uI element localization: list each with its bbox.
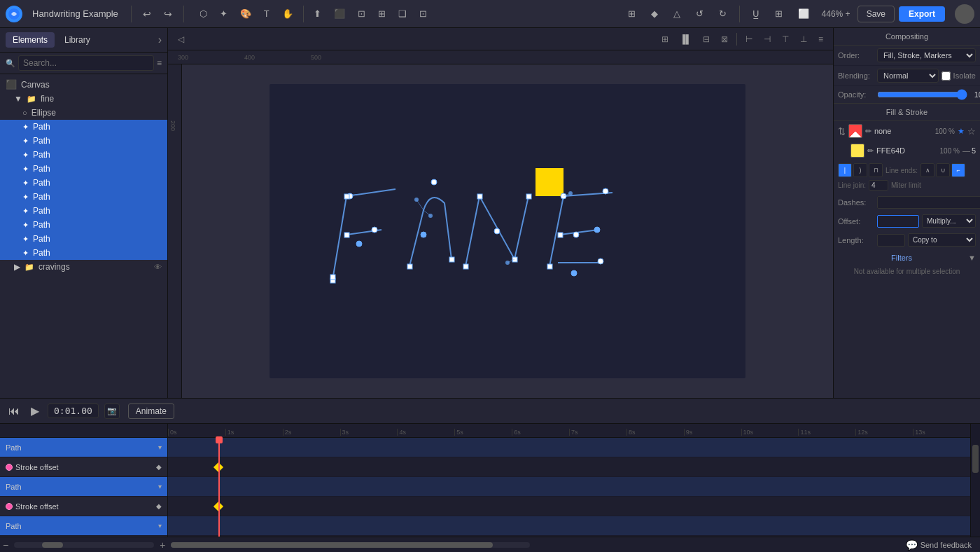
send-feedback-btn[interactable]: 💬 Send feedback	[900, 539, 977, 551]
line-join-bevel[interactable]: ⌐	[951, 163, 965, 177]
tab-library[interactable]: Library	[57, 32, 97, 48]
align-middle-tool[interactable]: ⬛	[328, 6, 351, 22]
hand-tool[interactable]: ✋	[276, 6, 299, 22]
stroke-tool[interactable]: △	[668, 6, 686, 22]
fill-edit-icon[interactable]: ✏	[865, 127, 872, 136]
blending-select[interactable]: Normal Multiply Screen	[877, 69, 939, 83]
timeline-timecode[interactable]: 0:01.00	[48, 403, 99, 418]
tl-track-sub-1[interactable]: Stroke offset ◆	[0, 457, 167, 477]
layer-fine-group[interactable]: ▼ 📁 fine	[0, 92, 167, 106]
tl-track-path-2[interactable]: Path ▾	[0, 477, 167, 497]
view-right-align[interactable]: ⊤	[778, 32, 793, 46]
cravings-vis-icon[interactable]: 👁	[154, 263, 162, 271]
copyto-select[interactable]: Copy to Multiply...	[908, 233, 976, 247]
view-left-icon[interactable]: ◁	[174, 32, 188, 46]
swap-icon[interactable]: ⇅	[838, 126, 846, 137]
undo2-tool[interactable]: ↺	[690, 6, 709, 22]
layer-path-8[interactable]: ✦ Path	[0, 218, 167, 232]
view-vdist[interactable]: ⊥	[796, 32, 811, 46]
length-value[interactable]: Multi	[877, 234, 905, 247]
frame-tool[interactable]: ⬜	[792, 6, 815, 22]
layer-path-2[interactable]: ✦ Path	[0, 134, 167, 148]
clone-tool[interactable]: ❑	[393, 6, 412, 22]
line-end-square[interactable]: ⊓	[869, 163, 883, 177]
view-options[interactable]: ≡	[814, 32, 827, 46]
view-left-align[interactable]: ⊢	[741, 32, 757, 46]
redo2-tool[interactable]: ↻	[713, 6, 732, 22]
isolate-checkbox[interactable]	[941, 71, 951, 81]
offset-input[interactable]: 53.04	[877, 215, 919, 228]
tl-zoom-thumb[interactable]	[42, 542, 63, 548]
align-top-tool[interactable]: ⬆	[308, 6, 327, 22]
panel-collapse-icon[interactable]: ›	[158, 34, 162, 46]
filter-icon[interactable]: ≡	[157, 58, 162, 68]
snap-tool[interactable]: ⊞	[622, 6, 641, 22]
tl-track-sub-2[interactable]: Stroke offset ◆	[0, 497, 167, 516]
line-end-round[interactable]: )	[853, 163, 867, 177]
paint-tool[interactable]: 🎨	[234, 6, 257, 22]
line-join-round[interactable]: ∪	[936, 163, 950, 177]
grid-tool[interactable]: ⊞	[769, 6, 788, 22]
user-avatar[interactable]	[955, 4, 974, 24]
view-grid-btn[interactable]: ⊞	[657, 32, 673, 46]
tl-sub-diamond-1[interactable]: ◆	[156, 463, 162, 471]
miter-limit-input[interactable]	[869, 180, 888, 191]
timeline-play-btn[interactable]: ▶	[28, 403, 42, 419]
redo-button[interactable]: ↪	[160, 6, 176, 22]
line-end-flat[interactable]: |	[838, 163, 852, 177]
opacity-slider[interactable]	[877, 89, 967, 100]
layer-path-1[interactable]: ✦ Path	[0, 120, 167, 134]
group-tool[interactable]: ⊡	[414, 6, 433, 22]
export-button[interactable]: Export	[899, 6, 945, 22]
layer-path-10[interactable]: ✦ Path	[0, 246, 167, 260]
save-button[interactable]: Save	[858, 6, 895, 22]
fill-star-icon[interactable]: ★	[958, 127, 965, 136]
select-tool[interactable]: ⬡	[194, 6, 213, 22]
tl-track-path-3[interactable]: Path ▾	[0, 516, 167, 536]
animate-button[interactable]: Animate	[128, 403, 174, 419]
layer-path-4[interactable]: ✦ Path	[0, 162, 167, 176]
multiply-select[interactable]: Multiply... Copy to	[922, 214, 976, 228]
layer-canvas[interactable]: ⬛ Canvas	[0, 77, 167, 92]
layer-path-7[interactable]: ✦ Path	[0, 204, 167, 218]
canvas-content[interactable]	[182, 64, 833, 398]
tl-dropdown-2[interactable]: ▾	[158, 483, 162, 490]
fill-swatch[interactable]	[848, 124, 862, 138]
sym-tool[interactable]: ⊞	[372, 6, 391, 22]
text-tool[interactable]: T	[258, 6, 275, 22]
tl-track-path-1[interactable]: Path ▾	[0, 438, 167, 457]
filters-row[interactable]: Filters ▼	[834, 249, 980, 265]
layer-path-3[interactable]: ✦ Path	[0, 148, 167, 162]
layer-path-9[interactable]: ✦ Path	[0, 232, 167, 246]
layer-ellipse[interactable]: ○ Ellipse	[0, 106, 167, 120]
underline-tool[interactable]: U̲	[747, 6, 765, 22]
view-col-btn[interactable]: ⊟	[699, 32, 714, 46]
line-join-miter[interactable]: ∧	[920, 163, 934, 177]
tl-dropdown-1[interactable]: ▾	[158, 443, 162, 451]
layer-path-5[interactable]: ✦ Path	[0, 176, 167, 190]
layer-path-6[interactable]: ✦ Path	[0, 190, 167, 204]
order-select[interactable]: Fill, Stroke, Markers	[877, 48, 976, 62]
tl-scrollbar-right[interactable]	[970, 424, 980, 537]
view-align-btn[interactable]: ▐▌	[676, 32, 696, 46]
view-row-btn[interactable]: ⊠	[717, 32, 732, 46]
fill-tool[interactable]: ◆	[645, 6, 664, 22]
search-input[interactable]	[18, 55, 154, 71]
tl-dropdown-3[interactable]: ▾	[158, 522, 162, 530]
timeline-rewind-btn[interactable]: ⏮	[6, 403, 22, 419]
layer-cravings-group[interactable]: ▶ 📁 cravings 👁	[0, 260, 167, 274]
tl-scroll-thumb-v[interactable]	[972, 445, 979, 473]
stroke-swatch[interactable]	[850, 144, 864, 158]
crop-tool[interactable]: ⊡	[352, 6, 371, 22]
tl-playhead[interactable]	[218, 438, 220, 537]
tl-zoom-plus[interactable]: +	[160, 539, 165, 551]
tl-zoom-minus[interactable]: −	[3, 539, 8, 551]
dashes-input[interactable]: 53.04	[877, 196, 980, 209]
tl-scroll-h-thumb[interactable]	[171, 542, 493, 548]
tab-elements[interactable]: Elements	[6, 32, 55, 48]
view-center-align[interactable]: ⊣	[760, 32, 775, 46]
stroke-edit-icon[interactable]: ✏	[867, 146, 874, 156]
tl-sub-diamond-2[interactable]: ◆	[156, 502, 162, 510]
undo-button[interactable]: ↩	[139, 6, 155, 22]
fill-star-empty-icon[interactable]: ☆	[967, 126, 976, 137]
